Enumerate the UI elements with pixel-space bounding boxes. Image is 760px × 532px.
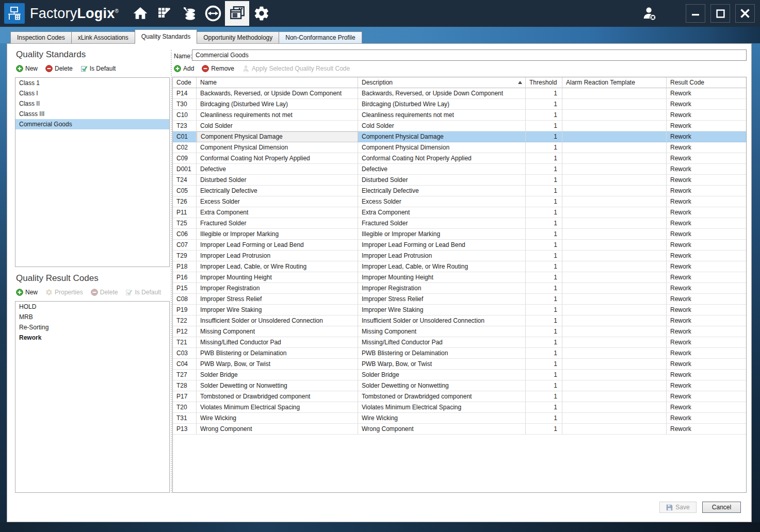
minimize-button[interactable] (686, 4, 705, 23)
list-item[interactable]: Class I (15, 88, 169, 98)
panel-splitter[interactable] (171, 50, 172, 493)
column-header-description[interactable]: Description (358, 77, 526, 88)
table-cell: Excess Solder (197, 196, 358, 207)
tab-xlink-associations[interactable]: xLink Associations (71, 31, 135, 43)
list-item[interactable]: MRB (15, 312, 169, 322)
table-cell: Rework (667, 305, 746, 315)
table-row[interactable]: T20Violates Minimum Electrical SpacingVi… (173, 402, 746, 413)
tab-non-conformance-profile[interactable]: Non-Conformance Profile (279, 31, 362, 43)
properties-result-code-button[interactable]: Properties (45, 289, 83, 296)
table-row[interactable]: C03PWB Blistering or DelaminationPWB Bli… (173, 348, 746, 359)
maximize-button[interactable] (710, 4, 730, 23)
table-row[interactable]: T21Missing/Lifted Conductor PadMissing/L… (173, 337, 746, 348)
materials-stack-icon[interactable] (176, 1, 201, 26)
home-icon[interactable] (128, 1, 152, 26)
tab-inspection-codes[interactable]: Inspection Codes (10, 31, 72, 43)
table-cell (562, 391, 667, 402)
table-cell: Rework (667, 207, 746, 218)
delete-result-code-button[interactable]: Delete (91, 289, 118, 296)
table-cell: Disturbed Solder (197, 175, 358, 186)
table-row[interactable]: T23Cold SolderCold Solder1Rework (173, 121, 746, 131)
logout-user-icon[interactable] (638, 3, 661, 24)
table-row[interactable]: C04PWB Warp, Bow, or TwistPWB Warp, Bow,… (173, 359, 746, 370)
table-cell: 1 (526, 294, 562, 305)
table-row[interactable]: D001DefectiveDefective1Rework (173, 164, 746, 175)
table-row[interactable]: C07Improper Lead Forming or Lead BendImp… (173, 240, 746, 251)
table-row[interactable]: T24Disturbed SolderDisturbed Solder1Rewo… (173, 175, 746, 186)
column-header-name[interactable]: Name (197, 77, 358, 88)
table-row[interactable]: P18Improper Lead, Cable, or Wire Routing… (173, 261, 746, 272)
table-row[interactable]: T30Birdcaging (Disturbed Wire Lay)Birdca… (173, 99, 746, 110)
table-row[interactable]: T25Fractured SolderFractured Solder1Rewo… (173, 218, 746, 229)
documents-icon[interactable] (225, 1, 249, 26)
list-item[interactable]: Rework (15, 332, 169, 343)
tab-strip: Inspection CodesxLink AssociationsQualit… (0, 27, 760, 43)
is-default-result-code-button[interactable]: Is Default (125, 289, 161, 296)
new-result-code-button[interactable]: New (16, 289, 38, 296)
list-item[interactable]: Class 1 (15, 78, 169, 88)
table-cell (562, 305, 667, 315)
table-row[interactable]: P12Missing ComponentMissing Component1Re… (173, 326, 746, 337)
table-cell: Component Physical Dimension (197, 142, 358, 153)
remove-code-button[interactable]: Remove (202, 65, 234, 72)
table-row[interactable]: P15Improper RegistrationImproper Registr… (173, 283, 746, 294)
table-row[interactable]: C06Illegible or Improper MarkingIllegibl… (173, 229, 746, 240)
codes-table-body: P14Backwards, Reversed, or Upside Down C… (173, 88, 746, 435)
table-cell: 1 (526, 380, 562, 391)
table-row[interactable]: P19Improper Wire StakingImproper Wire St… (173, 305, 746, 315)
table-cell: Improper Lead Forming or Lead Bend (358, 240, 526, 251)
table-row[interactable]: P11Extra ComponentExtra Component1Rework (173, 207, 746, 218)
table-row[interactable]: P17Tombstoned or Drawbridged componentTo… (173, 391, 746, 402)
list-item[interactable]: HOLD (15, 302, 169, 312)
window-right-edge (752, 27, 760, 522)
table-row[interactable]: T31Wire WickingWire Wicking1Rework (173, 413, 746, 424)
table-cell: Rework (667, 359, 746, 370)
name-input[interactable] (192, 49, 747, 61)
new-standard-button[interactable]: New (16, 65, 38, 72)
table-row[interactable]: P16Improper Mounting HeightImproper Moun… (173, 272, 746, 283)
table-cell: Electrically Defective (358, 186, 526, 196)
table-cell: C01 (173, 131, 197, 142)
table-row[interactable]: T22Insufficient Solder or Unsoldered Con… (173, 315, 746, 326)
column-header-result-code[interactable]: Result Code (667, 77, 746, 88)
column-header-code[interactable]: Code (173, 77, 197, 88)
table-row[interactable]: C10Cleanliness requirements not metClean… (173, 110, 746, 121)
design-grid-pencil-icon[interactable] (152, 1, 176, 26)
factorylogix-logo-icon (4, 3, 25, 24)
table-cell: 1 (526, 337, 562, 348)
table-cell: T23 (173, 121, 197, 131)
sort-ascending-icon (518, 81, 522, 84)
transfer-sync-icon[interactable] (201, 1, 225, 26)
column-header-alarm-reaction-template[interactable]: Alarm Reaction Template (562, 77, 667, 88)
table-cell: Missing Component (358, 326, 526, 337)
table-row[interactable]: T27Solder BridgeSolder Bridge1Rework (173, 370, 746, 380)
new-standard-label: New (25, 65, 38, 72)
table-row[interactable]: P13Wrong ComponentWrong Component1Rework (173, 424, 746, 435)
add-code-button[interactable]: Add (174, 65, 194, 72)
table-row[interactable]: C01Component Physical DamageComponent Ph… (173, 131, 746, 142)
table-row[interactable]: P14Backwards, Reversed, or Upside Down C… (173, 88, 746, 99)
list-item[interactable]: Re-Sorting (15, 322, 169, 332)
column-header-threshold[interactable]: Threshold (526, 77, 562, 88)
table-row[interactable]: C08Improper Stress ReliefImproper Stress… (173, 294, 746, 305)
table-cell (562, 196, 667, 207)
apply-result-code-button[interactable]: AB Apply Selected Quality Result Code (242, 65, 350, 72)
table-row[interactable]: T26Excess SolderExcess Solder1Rework (173, 196, 746, 207)
cancel-button[interactable]: Cancel (702, 502, 741, 513)
is-default-standard-button[interactable]: Is Default (80, 65, 116, 72)
table-row[interactable]: T28Solder Dewetting or NonwettingSolder … (173, 380, 746, 391)
tab-opportunity-methodology[interactable]: Opportunity Methodology (197, 31, 279, 43)
tab-quality-standards[interactable]: Quality Standards (135, 29, 197, 43)
delete-standard-button[interactable]: Delete (45, 65, 73, 72)
table-row[interactable]: C05Electrically DefectiveElectrically De… (173, 186, 746, 196)
table-row[interactable]: C09Conformal Coating Not Properly Applie… (173, 153, 746, 164)
list-item[interactable]: Class II (15, 98, 169, 109)
table-cell: 1 (526, 207, 562, 218)
settings-gear-icon[interactable] (249, 1, 273, 26)
table-row[interactable]: C02Component Physical DimensionComponent… (173, 142, 746, 153)
list-item[interactable]: Classs III (15, 109, 169, 119)
table-row[interactable]: T29Improper Lead ProtrusionImproper Lead… (173, 251, 746, 261)
list-item[interactable]: Commercial Goods (15, 119, 169, 129)
save-button[interactable]: Save (659, 502, 697, 513)
close-button[interactable] (735, 4, 755, 23)
